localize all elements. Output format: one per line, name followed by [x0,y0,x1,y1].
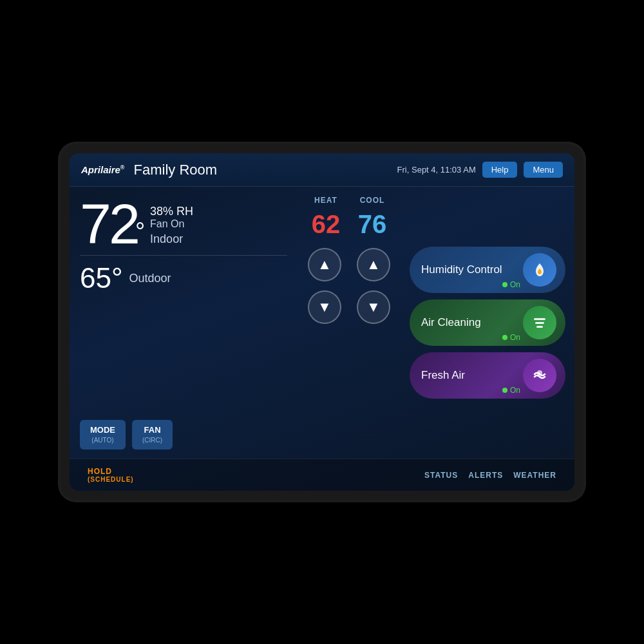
mode-label: MODE [90,425,115,436]
svg-rect-1 [535,322,544,324]
fresh-air-wind-icon [531,366,549,384]
fresh-air-card[interactable]: Fresh Air On [410,352,565,399]
datetime-display: Fri, Sept 4, 11:03 AM [397,165,476,175]
fan-button[interactable]: FAN (CIRC) [132,420,173,450]
fan-status: Fan On [150,218,193,230]
cool-up-button[interactable]: ▲ [357,248,390,281]
mode-sub: (AUTO) [90,436,115,444]
svg-rect-2 [536,326,543,328]
temp-info: 38% RH Fan On Indoor [150,205,193,246]
fresh-air-icon-circle [523,359,556,392]
heat-down-button[interactable]: ▼ [308,290,341,324]
fresh-air-status-dot [502,388,507,393]
svg-rect-0 [534,318,545,320]
heat-label: HEAT [303,196,349,205]
main-content: 72° 38% RH Fan On Indoor 65° Outdoor [70,187,574,459]
svg-point-3 [537,370,542,375]
air-cleaning-status-dot [502,335,507,340]
cool-label: COOL [349,196,395,205]
setpoint-labels: HEAT COOL [303,196,395,205]
humidity-control-card[interactable]: Humidity Control On [410,247,565,293]
right-panel: Humidity Control On Air Cleaning [401,187,574,459]
outdoor-section: 65° Outdoor [80,255,287,294]
thermostat-screen: Aprilaire® Family Room Fri, Sept 4, 11:0… [70,153,574,491]
down-arrow-buttons: ▼ ▼ [303,290,395,324]
heat-up-button[interactable]: ▲ [308,248,341,281]
thermostat-device: Aprilaire® Family Room Fri, Sept 4, 11:0… [58,142,586,502]
left-panel: 72° 38% RH Fan On Indoor 65° Outdoor [70,187,298,459]
humidity-status-dot [502,282,507,287]
air-cleaning-card[interactable]: Air Cleaning On [410,299,565,346]
cool-value: 76 [349,210,395,239]
humidity-display: 38% RH [150,205,193,218]
current-temperature: 72° [80,196,142,252]
header-right: Fri, Sept 4, 11:03 AM Help Menu [397,162,563,178]
fresh-air-status: On [502,386,520,395]
air-cleaning-label: Air Cleaning [421,316,518,329]
air-cleaning-icon-circle [523,306,556,339]
air-cleaning-status: On [502,333,520,342]
alerts-nav-item[interactable]: ALERTS [463,468,508,482]
humidity-flame-icon [531,261,549,279]
humidity-control-label: Humidity Control [421,263,518,276]
humidity-status: On [502,280,520,289]
fan-label: FAN [142,425,162,436]
header-left: Aprilaire® Family Room [81,162,217,178]
header-bar: Aprilaire® Family Room Fri, Sept 4, 11:0… [70,153,574,187]
mode-button[interactable]: MODE (AUTO) [80,420,126,450]
fresh-air-label: Fresh Air [421,369,518,382]
air-cleaning-filter-icon [531,314,549,332]
hold-nav-item[interactable]: HOLD (SCHEDULE) [82,464,139,486]
outdoor-label: Outdoor [129,272,171,285]
menu-button[interactable]: Menu [524,162,563,178]
cool-down-button[interactable]: ▼ [357,290,390,324]
heat-value: 62 [303,210,349,239]
middle-panel: HEAT COOL 62 76 ▲ ▲ ▼ ▼ [298,187,401,459]
outdoor-temp: 65° [80,262,123,294]
temp-value: 72 [80,192,138,256]
temp-degree: ° [135,218,142,245]
weather-nav-item[interactable]: WEATHER [508,468,562,482]
fan-sub: (CIRC) [142,436,162,444]
status-nav-item[interactable]: STATUS [419,468,463,482]
control-buttons: MODE (AUTO) FAN (CIRC) [80,420,287,450]
bottom-nav-bar: HOLD (SCHEDULE) STATUS ALERTS WEATHER [70,459,574,491]
indoor-label: Indoor [150,232,193,246]
temperature-section: 72° 38% RH Fan On Indoor [80,196,287,252]
humidity-icon-circle [523,253,556,287]
help-button[interactable]: Help [482,162,518,178]
room-name: Family Room [134,162,218,178]
brand-logo: Aprilaire® [81,164,125,175]
up-arrow-buttons: ▲ ▲ [303,248,395,281]
setpoint-values: 62 76 [303,210,395,239]
